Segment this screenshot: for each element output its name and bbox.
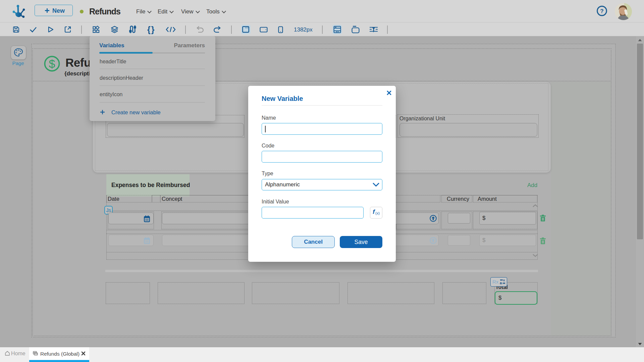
svg-text:?: ? [600,8,603,14]
svg-text:x: x [503,279,505,282]
svg-text:$: $ [49,57,55,70]
svg-text:a: a [500,281,502,285]
